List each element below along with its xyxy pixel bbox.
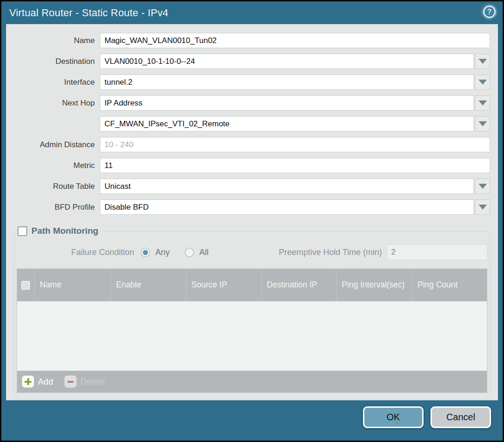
path-monitoring-legend: Path Monitoring bbox=[17, 226, 101, 236]
bfd-profile-label: BFD Profile bbox=[14, 203, 100, 212]
destination-dropdown-button[interactable] bbox=[475, 54, 490, 69]
form-row-next-hop: Next Hop bbox=[14, 95, 490, 111]
bfd-profile-dropdown-button[interactable] bbox=[475, 199, 490, 215]
form-row-bfd-profile: BFD Profile bbox=[14, 199, 490, 215]
help-icon[interactable]: ? bbox=[483, 6, 496, 18]
form-row-name: Name bbox=[14, 33, 490, 48]
form-row-destination: Destination bbox=[14, 54, 490, 69]
interface-label: Interface bbox=[14, 78, 100, 87]
failure-condition-label: Failure Condition bbox=[17, 248, 141, 257]
form-row-interface: Interface bbox=[14, 75, 490, 90]
title-bar: Virtual Router - Static Route - IPv4 ? bbox=[1, 1, 503, 24]
bfd-profile-input[interactable] bbox=[100, 199, 474, 215]
add-button-label: Add bbox=[38, 377, 53, 387]
dialog-footer: OK Cancel bbox=[1, 400, 503, 441]
path-monitoring-title: Path Monitoring bbox=[31, 226, 98, 236]
route-table-label: Route Table bbox=[14, 182, 100, 191]
table-header-row: Name Enable Source IP Destination IP Pin… bbox=[17, 269, 487, 301]
table-header-source-ip[interactable]: Source IP bbox=[186, 269, 261, 301]
interface-input[interactable] bbox=[100, 75, 474, 90]
path-monitoring-table: Name Enable Source IP Destination IP Pin… bbox=[17, 268, 487, 393]
failure-condition-row: Failure Condition Any All Preemptive Hol… bbox=[17, 244, 487, 260]
table-header-destination-ip[interactable]: Destination IP bbox=[261, 269, 336, 301]
chevron-down-icon bbox=[479, 100, 487, 106]
dialog-body: Name Destination Interface Next Hop bbox=[6, 24, 498, 400]
ok-button[interactable]: OK bbox=[363, 406, 424, 428]
add-button[interactable]: Add bbox=[22, 375, 53, 388]
failure-condition-any-label: Any bbox=[155, 248, 170, 257]
table-header-enable[interactable]: Enable bbox=[111, 269, 186, 301]
table-header-name[interactable]: Name bbox=[34, 269, 111, 301]
form-row-admin-distance: Admin Distance bbox=[14, 137, 490, 152]
failure-condition-all-radio[interactable] bbox=[184, 248, 194, 257]
destination-input[interactable] bbox=[100, 54, 474, 69]
preemptive-hold-time-input[interactable] bbox=[387, 244, 487, 260]
form-row-next-hop-address bbox=[14, 116, 490, 131]
form-row-metric: Metric bbox=[14, 158, 490, 173]
chevron-down-icon bbox=[479, 59, 487, 64]
destination-label: Destination bbox=[14, 57, 100, 66]
admin-distance-input[interactable] bbox=[100, 137, 490, 152]
delete-button[interactable]: Delete bbox=[64, 375, 105, 388]
table-toolbar: Add Delete bbox=[17, 371, 487, 392]
next-hop-type-dropdown-button[interactable] bbox=[475, 95, 490, 111]
next-hop-address-dropdown-button[interactable] bbox=[475, 116, 490, 131]
metric-label: Metric bbox=[14, 161, 100, 170]
admin-distance-label: Admin Distance bbox=[14, 140, 100, 149]
next-hop-address-input[interactable] bbox=[100, 116, 474, 131]
chevron-down-icon bbox=[479, 121, 487, 126]
failure-condition-all-label: All bbox=[199, 248, 209, 257]
route-table-input[interactable] bbox=[100, 179, 474, 194]
table-header-checkbox-cell bbox=[17, 269, 34, 301]
minus-icon bbox=[64, 375, 77, 388]
chevron-down-icon bbox=[479, 80, 487, 85]
table-header-ping-interval[interactable]: Ping Interval(sec) bbox=[336, 269, 412, 301]
delete-button-label: Delete bbox=[80, 377, 105, 387]
failure-condition-any-radio[interactable] bbox=[141, 248, 150, 257]
next-hop-label: Next Hop bbox=[14, 99, 100, 108]
select-all-checkbox[interactable] bbox=[21, 281, 30, 290]
chevron-down-icon bbox=[479, 205, 487, 210]
next-hop-type-input[interactable] bbox=[100, 95, 474, 111]
path-monitoring-section: Path Monitoring Failure Condition Any Al… bbox=[14, 226, 490, 399]
plus-icon bbox=[22, 375, 34, 388]
cancel-button[interactable]: Cancel bbox=[430, 406, 491, 428]
dialog-title: Virtual Router - Static Route - IPv4 bbox=[9, 7, 168, 19]
name-label: Name bbox=[14, 36, 100, 45]
interface-dropdown-button[interactable] bbox=[475, 75, 490, 90]
table-header-ping-count[interactable]: Ping Count bbox=[412, 269, 487, 301]
chevron-down-icon bbox=[479, 184, 487, 189]
static-route-dialog: Virtual Router - Static Route - IPv4 ? N… bbox=[0, 0, 504, 442]
path-monitoring-checkbox[interactable] bbox=[18, 226, 27, 236]
preemptive-hold-time-label: Preemptive Hold Time (min) bbox=[279, 248, 387, 257]
route-table-dropdown-button[interactable] bbox=[475, 179, 490, 194]
metric-input[interactable] bbox=[100, 158, 490, 173]
form-row-route-table: Route Table bbox=[14, 179, 490, 194]
name-input[interactable] bbox=[100, 33, 490, 48]
table-empty-body bbox=[17, 301, 487, 371]
